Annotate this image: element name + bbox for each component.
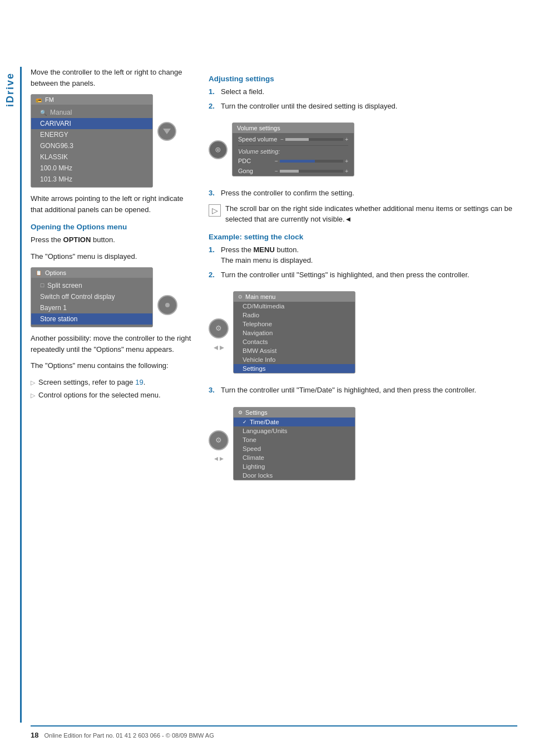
menu-contacts: Contacts <box>234 337 355 346</box>
options-screen: 📋 Options ☐ Split screen Switch off Cont… <box>31 267 153 327</box>
menu-bold-label: MENU <box>254 246 275 254</box>
main-menu-screen-wrap: ⚙ ◂ ▸ ⊙ Main menu CD/Multimedia Radio Te… <box>209 286 517 379</box>
bullet-item-1: ▷ Screen settings, refer to page 19. <box>31 377 192 388</box>
bullet-text-1: Screen settings, refer to page 19. <box>38 377 145 388</box>
gong-row: Gong − + <box>233 166 354 176</box>
adjust-step-3-list: 3. Press the controller to confirm the s… <box>209 188 517 199</box>
fm-row-carivari: CARIVARI <box>31 118 152 129</box>
example-step-1-text: Press the MENU button.The main menu is d… <box>221 244 313 266</box>
options-icon: 📋 <box>36 270 42 276</box>
main-menu-header-label: Main menu <box>245 293 275 300</box>
idrive-text: iDrive <box>4 72 16 107</box>
settings-row-climate: Climate <box>234 453 355 462</box>
example-steps-1-2: 1. Press the MENU button.The main menu i… <box>209 244 517 281</box>
pdc-bar: − + <box>275 158 348 164</box>
options-controller <box>157 295 177 315</box>
options-section-title: Opening the Options menu <box>31 223 192 231</box>
gong-bar: − + <box>275 168 348 174</box>
options-para3: Another possibility: move the controller… <box>31 333 192 355</box>
settings-row-speed: Speed <box>234 444 355 453</box>
main-content: Move the controller to the left or right… <box>31 0 517 492</box>
scroll-box-icon: ▷ <box>209 204 221 217</box>
sidebar-label: iDrive <box>0 67 20 723</box>
page-number: 18 <box>31 731 38 739</box>
main-menu-header: ⊙ Main menu <box>234 292 355 302</box>
options-para2: The "Options" menu is displayed. <box>31 251 192 262</box>
settings-icon: ⚙ <box>238 410 243 415</box>
fm-screen-wrap: 📻 FM 🔍 Manual CARIVARI ENERGY GONG96.3 K… <box>31 94 192 188</box>
settings-row-tone: Tone <box>234 435 355 444</box>
fm-controller-wrap <box>157 122 176 141</box>
options-row-bayern: Bayern 1 <box>31 302 152 313</box>
adjust-step-3: 3. Press the controller to confirm the s… <box>209 188 517 199</box>
scroll-indicator: ▷ The scroll bar on the right side indic… <box>209 203 517 225</box>
fm-row-energy: ENERGY <box>31 129 152 140</box>
adjust-step-2: 2. Turn the controller until the desired… <box>209 101 517 112</box>
settings-screen-header: ⚙ Settings <box>234 408 355 418</box>
settings-left-arrow: ◂ <box>214 454 218 463</box>
white-arrows-text: White arrows pointing to the left or rig… <box>31 193 192 215</box>
example-section-title: Example: setting the clock <box>209 233 517 241</box>
volume-screen-header: Volume settings <box>233 123 354 133</box>
options-row-switch: Switch off Control display <box>31 291 152 302</box>
fm-row-manual: 🔍 Manual <box>31 107 152 118</box>
bullet-text-2: Control options for the selected menu. <box>38 390 161 401</box>
options-screen-body: ☐ Split screen Switch off Control displa… <box>31 278 152 327</box>
settings-arrows: ◂ ▸ <box>214 454 224 463</box>
main-menu-screen: ⊙ Main menu CD/Multimedia Radio Telephon… <box>233 291 355 374</box>
controller-dot <box>165 303 170 307</box>
options-header-label: Options <box>45 269 66 276</box>
example-step-2: 2. Turn the controller until "Settings" … <box>209 269 517 281</box>
page-link[interactable]: 19 <box>135 378 143 386</box>
example-step-3: 3. Turn the controller until "Time/Date"… <box>209 385 517 396</box>
main-menu-controller: ⚙ <box>209 318 229 338</box>
pdc-bar-fill <box>280 160 343 163</box>
menu-vehicle-info: Vehicle Info <box>234 355 355 364</box>
menu-radio: Radio <box>234 311 355 320</box>
options-bullet-list: ▷ Screen settings, refer to page 19. ▷ C… <box>31 377 192 401</box>
speed-volume-row: Speed volume − + <box>233 133 354 144</box>
left-column: Move the controller to the left or right… <box>31 67 192 492</box>
menu-cd: CD/Multimedia <box>234 302 355 311</box>
page-footer: 18 Online Edition for Part no. 01 41 2 6… <box>31 725 517 739</box>
options-row-store: Store station <box>31 313 152 325</box>
fm-screen-header: 📻 FM <box>31 95 152 105</box>
options-screen-wrap: 📋 Options ☐ Split screen Switch off Cont… <box>31 267 192 327</box>
menu-navigation: Navigation <box>234 328 355 337</box>
bullet-arrow-2: ▷ <box>31 391 35 400</box>
fm-row-101: 101.3 MHz <box>31 174 152 185</box>
settings-controller-area: ⚙ ◂ ▸ <box>209 430 229 463</box>
settings-header-label: Settings <box>245 409 268 416</box>
settings-row-timedate: ✓ Time/Date <box>234 418 355 426</box>
settings-right-arrow: ▸ <box>220 454 224 463</box>
volume-screen: Volume settings Speed volume − + Volume … <box>232 122 354 176</box>
fm-screen-body: 🔍 Manual CARIVARI ENERGY GONG96.3 KLASSI… <box>31 105 152 187</box>
volume-setting-label: Volume setting: <box>233 147 354 156</box>
adjusting-section-title: Adjusting settings <box>209 75 517 83</box>
fm-row-100: 100.0 MHz <box>31 163 152 174</box>
main-menu-controller-area: ⚙ ◂ ▸ <box>209 318 229 352</box>
fm-icon: 📻 <box>36 97 42 102</box>
footer-text: Online Edition for Part no. 01 41 2 603 … <box>44 732 214 739</box>
menu-settings: Settings <box>234 364 355 373</box>
scroll-note: The scroll bar on the right side indicat… <box>225 203 517 225</box>
example-step-1: 1. Press the MENU button.The main menu i… <box>209 244 517 266</box>
right-arrow-icon: ▸ <box>220 342 224 352</box>
example-step-3-list: 3. Turn the controller until "Time/Date"… <box>209 385 517 396</box>
settings-row-lighting: Lighting <box>234 462 355 471</box>
speed-bar <box>285 138 343 141</box>
adjust-step-1: 1. Select a field. <box>209 86 517 97</box>
menu-bmw-assist: BMW Assist <box>234 346 355 355</box>
fm-screen: 📻 FM 🔍 Manual CARIVARI ENERGY GONG96.3 K… <box>31 94 153 188</box>
fm-row-gong: GONG96.3 <box>31 140 152 151</box>
options-screen-header: 📋 Options <box>31 268 152 278</box>
main-menu-icon: ⊙ <box>238 294 243 300</box>
speed-volume-bar: − + <box>280 136 348 143</box>
options-row-split: ☐ Split screen <box>31 280 152 291</box>
left-border-bar <box>20 67 22 723</box>
fm-controller <box>157 122 176 141</box>
controller-arrows: ◂ ▸ <box>214 342 224 352</box>
left-arrow-icon: ◂ <box>214 342 218 352</box>
options-para4: The "Options" menu contains the followin… <box>31 360 192 371</box>
bullet-item-2: ▷ Control options for the selected menu. <box>31 390 192 401</box>
